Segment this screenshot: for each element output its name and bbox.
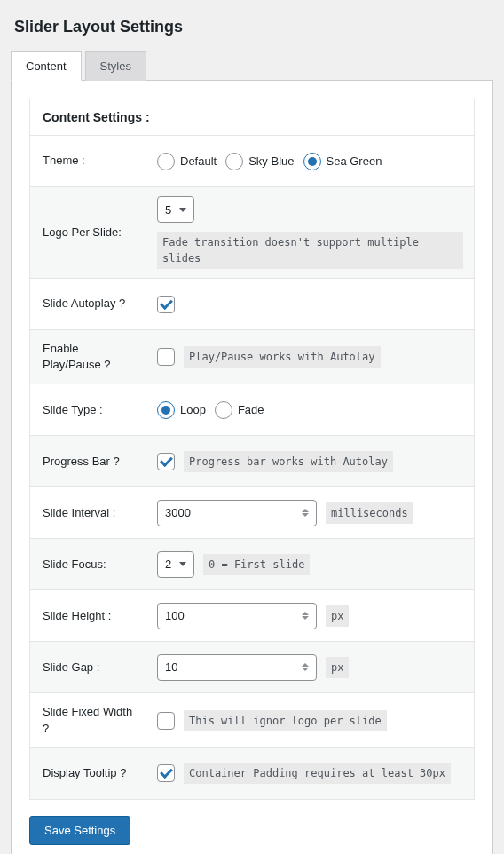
page-title: Slider Layout Settings xyxy=(14,18,493,36)
slide-fixed-width-hint: This will ignor logo per slide xyxy=(184,710,387,731)
slide-fixed-width-checkbox[interactable] xyxy=(157,712,175,730)
radio-icon xyxy=(215,401,232,419)
tab-content[interactable]: Content xyxy=(11,51,82,81)
slide-type-radio-loop[interactable]: Loop xyxy=(157,401,206,419)
slide-focus-select[interactable]: 2 xyxy=(157,551,194,578)
display-tooltip-label: Display Tooltip ? xyxy=(30,748,146,799)
progress-bar-checkbox[interactable] xyxy=(157,453,175,470)
input-value: 100 xyxy=(165,609,185,622)
slide-height-input[interactable]: 100 xyxy=(157,603,317,629)
slide-fixed-width-label: Slide Fixed Width ? xyxy=(30,693,146,747)
chevron-down-icon xyxy=(179,562,186,566)
slide-interval-unit: milliseconds xyxy=(326,502,413,524)
spinner-icon xyxy=(302,612,309,620)
enable-playpause-checkbox[interactable] xyxy=(157,348,175,366)
slide-focus-hint: 0 = First slide xyxy=(203,554,310,575)
display-tooltip-hint: Container Padding requires at least 30px xyxy=(184,763,451,784)
radio-icon xyxy=(157,153,175,170)
radio-icon xyxy=(225,153,243,170)
spinner-icon xyxy=(302,509,309,517)
slide-focus-label: Slide Focus: xyxy=(30,539,146,589)
enable-playpause-label: Enable Play/Pause ? xyxy=(30,330,146,384)
theme-label: Theme : xyxy=(30,136,146,186)
select-value: 2 xyxy=(165,557,171,571)
slide-gap-unit: px xyxy=(326,657,349,678)
input-value: 10 xyxy=(165,660,177,674)
slide-type-radio-fade[interactable]: Fade xyxy=(215,401,264,419)
enable-playpause-hint: Play/Pause works with Autolay xyxy=(184,346,381,368)
theme-radio-skyblue[interactable]: Sky Blue xyxy=(225,153,294,170)
radio-label: Sea Green xyxy=(327,154,382,168)
slide-gap-label: Slide Gap : xyxy=(30,642,146,692)
radio-label: Sky Blue xyxy=(248,154,294,168)
save-button[interactable]: Save Settings xyxy=(29,816,130,845)
slide-gap-input[interactable]: 10 xyxy=(157,654,317,681)
slide-height-label: Slide Height : xyxy=(30,590,146,641)
section-title: Content Settings : xyxy=(29,99,475,136)
slide-height-unit: px xyxy=(326,605,349,627)
logo-per-slide-label: Logo Per Slide: xyxy=(30,187,146,278)
slide-interval-label: Slide Interval : xyxy=(30,487,146,538)
slide-interval-input[interactable]: 3000 xyxy=(157,500,317,526)
spinner-icon xyxy=(302,663,309,671)
logo-per-slide-hint: Fade transition doesn't support multiple… xyxy=(157,232,463,269)
chevron-down-icon xyxy=(179,208,186,212)
tab-styles[interactable]: Styles xyxy=(85,51,146,81)
slide-type-label: Slide Type : xyxy=(30,384,146,435)
radio-icon xyxy=(303,153,321,170)
radio-label: Loop xyxy=(180,403,206,416)
tabs: Content Styles xyxy=(11,51,493,81)
progress-bar-hint: Progress bar works with Autolay xyxy=(184,451,393,472)
slide-autoplay-checkbox[interactable] xyxy=(157,296,175,313)
input-value: 3000 xyxy=(165,506,191,519)
select-value: 5 xyxy=(165,203,171,217)
radio-label: Fade xyxy=(238,403,264,416)
radio-label: Default xyxy=(180,154,217,168)
slide-autoplay-label: Slide Autoplay ? xyxy=(30,279,146,329)
content-panel: Content Settings : Theme : Default Sky B… xyxy=(11,81,493,854)
theme-radio-default[interactable]: Default xyxy=(157,153,217,170)
display-tooltip-checkbox[interactable] xyxy=(157,764,175,782)
theme-radio-seagreen[interactable]: Sea Green xyxy=(303,153,382,170)
logo-per-slide-select[interactable]: 5 xyxy=(157,196,194,223)
progress-bar-label: Progress Bar ? xyxy=(30,436,146,486)
radio-icon xyxy=(157,401,175,419)
